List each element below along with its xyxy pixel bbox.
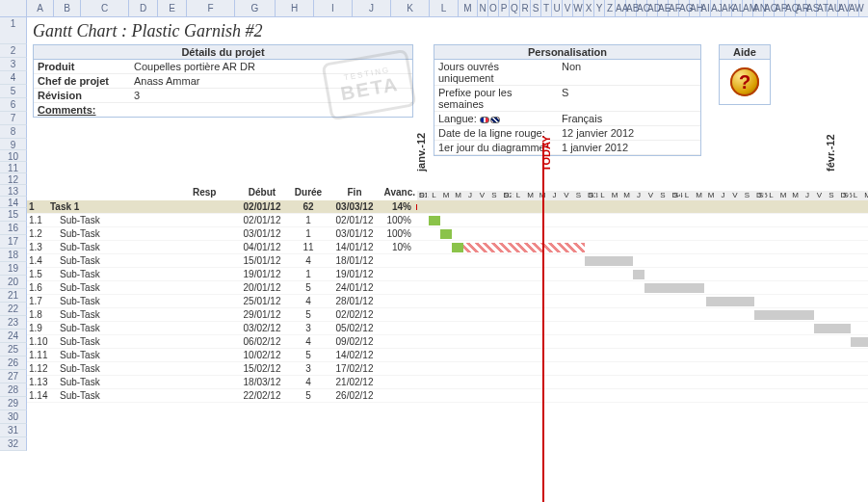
task-end[interactable]: 09/02/12 — [328, 336, 381, 347]
person-value[interactable]: S — [558, 86, 654, 111]
select-all-corner[interactable] — [0, 0, 27, 16]
task-end[interactable]: 03/01/12 — [328, 228, 381, 239]
help-icon[interactable]: ? — [730, 67, 759, 96]
task-start[interactable]: 29/01/12 — [235, 309, 289, 320]
row-header-10[interactable]: 10 — [0, 150, 27, 162]
col-header-AH[interactable]: AH — [690, 0, 700, 16]
person-value[interactable]: Français — [558, 112, 654, 125]
row-header-17[interactable]: 17 — [0, 235, 27, 249]
task-row[interactable]: 1.2Sub-Task03/01/12103/01/12100% — [27, 227, 868, 241]
task-name[interactable]: Sub-Task — [48, 336, 193, 347]
task-row[interactable]: 1.8Sub-Task29/01/12502/02/12 — [27, 308, 868, 322]
row-header-2[interactable]: 2 — [0, 44, 27, 58]
task-start[interactable]: 03/01/12 — [235, 228, 289, 239]
task-row[interactable]: 1.13Sub-Task18/03/12421/02/12 — [27, 376, 868, 389]
task-row[interactable]: 1.6Sub-Task20/01/12524/01/12 — [27, 281, 868, 295]
person-value[interactable]: 12 janvier 2012 — [558, 126, 654, 140]
task-name[interactable]: Sub-Task — [48, 309, 193, 320]
row-header-29[interactable]: 29 — [0, 397, 27, 410]
col-header-AR[interactable]: AR — [796, 0, 806, 16]
task-name[interactable]: Sub-Task — [48, 228, 193, 239]
task-name[interactable]: Sub-Task — [48, 296, 193, 306]
row-header-30[interactable]: 30 — [0, 410, 27, 424]
task-end[interactable]: 21/02/12 — [328, 377, 381, 387]
col-header-AV[interactable]: AV — [838, 0, 849, 16]
col-header-N[interactable]: N — [478, 0, 488, 16]
task-start[interactable]: 25/01/12 — [235, 296, 289, 306]
task-end[interactable]: 03/03/12 — [328, 201, 381, 212]
task-row[interactable]: 1.3Sub-Task04/01/121114/01/1210% — [27, 241, 868, 254]
row-header-32[interactable]: 32 — [0, 437, 27, 451]
task-start[interactable]: 15/02/12 — [235, 363, 289, 374]
person-value[interactable]: Non — [558, 60, 654, 85]
task-name[interactable]: Sub-Task — [48, 282, 193, 293]
task-row[interactable]: 1.5Sub-Task19/01/12119/01/12 — [27, 268, 868, 281]
col-header-AF[interactable]: AF — [669, 0, 679, 16]
gantt-bar[interactable] — [429, 216, 440, 225]
task-duration[interactable]: 5 — [289, 309, 328, 320]
col-header-AD[interactable]: AD — [647, 0, 658, 16]
col-header-U[interactable]: U — [552, 0, 563, 16]
row-header-7[interactable]: 7 — [0, 112, 27, 125]
col-header-Q[interactable]: Q — [510, 0, 520, 16]
col-header-L[interactable]: L — [430, 0, 459, 16]
task-start[interactable]: 02/01/12 — [235, 201, 289, 212]
task-name[interactable]: Sub-Task — [48, 215, 193, 225]
task-duration[interactable]: 4 — [289, 296, 328, 306]
col-header-J[interactable]: J — [353, 0, 391, 16]
col-header-V[interactable]: V — [563, 0, 573, 16]
task-duration[interactable]: 11 — [289, 242, 328, 252]
task-duration[interactable]: 1 — [289, 269, 328, 279]
col-header-C[interactable]: C — [81, 0, 129, 16]
col-header-O[interactable]: O — [488, 0, 499, 16]
gantt-bar[interactable] — [585, 256, 633, 266]
task-duration[interactable]: 5 — [289, 350, 328, 360]
col-header-AQ[interactable]: AQ — [785, 0, 796, 16]
task-start[interactable]: 15/01/12 — [235, 255, 289, 266]
task-row[interactable]: 1.1Sub-Task02/01/12102/01/12100% — [27, 214, 868, 227]
row-header-12[interactable]: 12 — [0, 173, 27, 185]
row-header-22[interactable]: 22 — [0, 303, 27, 316]
gantt-bar-remaining[interactable] — [463, 243, 585, 252]
col-header-AC[interactable]: AC — [637, 0, 647, 16]
col-header-AN[interactable]: AN — [753, 0, 764, 16]
col-header-A[interactable]: A — [27, 0, 54, 16]
task-start[interactable]: 04/01/12 — [235, 242, 289, 252]
row-header-16[interactable]: 16 — [0, 222, 27, 235]
row-header-4[interactable]: 4 — [0, 71, 27, 85]
col-header-Z[interactable]: Z — [605, 0, 616, 16]
gantt-bar[interactable] — [440, 229, 452, 239]
row-header-20[interactable]: 20 — [0, 276, 27, 289]
task-row[interactable]: 1Task 102/01/126203/03/1214% — [27, 200, 868, 214]
row-header-5[interactable]: 5 — [0, 85, 27, 98]
task-name[interactable]: Sub-Task — [48, 255, 193, 266]
task-name[interactable]: Sub-Task — [48, 377, 193, 387]
col-header-AB[interactable]: AB — [626, 0, 637, 16]
row-header-8[interactable]: 8 — [0, 125, 27, 139]
task-name[interactable]: Sub-Task — [48, 390, 193, 401]
row-header-24[interactable]: 24 — [0, 330, 27, 343]
col-header-K[interactable]: K — [391, 0, 430, 16]
gantt-bar[interactable] — [814, 324, 851, 333]
col-header-G[interactable]: G — [235, 0, 276, 16]
col-header-AL[interactable]: AL — [732, 0, 743, 16]
col-header-X[interactable]: X — [584, 0, 594, 16]
task-start[interactable]: 20/01/12 — [235, 282, 289, 293]
task-progress[interactable]: 100% — [381, 228, 415, 239]
col-header-D[interactable]: D — [129, 0, 158, 16]
task-end[interactable]: 24/01/12 — [328, 282, 381, 293]
col-header-M[interactable]: M — [459, 0, 478, 16]
task-name[interactable]: Sub-Task — [48, 269, 193, 279]
row-header-9[interactable]: 9 — [0, 139, 27, 150]
col-header-AK[interactable]: AK — [722, 0, 732, 16]
task-row[interactable]: 1.10Sub-Task06/02/12409/02/12 — [27, 335, 868, 349]
task-end[interactable]: 28/01/12 — [328, 296, 381, 306]
row-header-18[interactable]: 18 — [0, 249, 27, 262]
row-header-14[interactable]: 14 — [0, 197, 27, 208]
col-header-AJ[interactable]: AJ — [711, 0, 722, 16]
col-header-AA[interactable]: AA — [616, 0, 626, 16]
task-progress[interactable]: 10% — [381, 242, 415, 252]
row-header-15[interactable]: 15 — [0, 208, 27, 222]
task-start[interactable]: 22/02/12 — [235, 390, 289, 401]
task-end[interactable]: 17/02/12 — [328, 363, 381, 374]
